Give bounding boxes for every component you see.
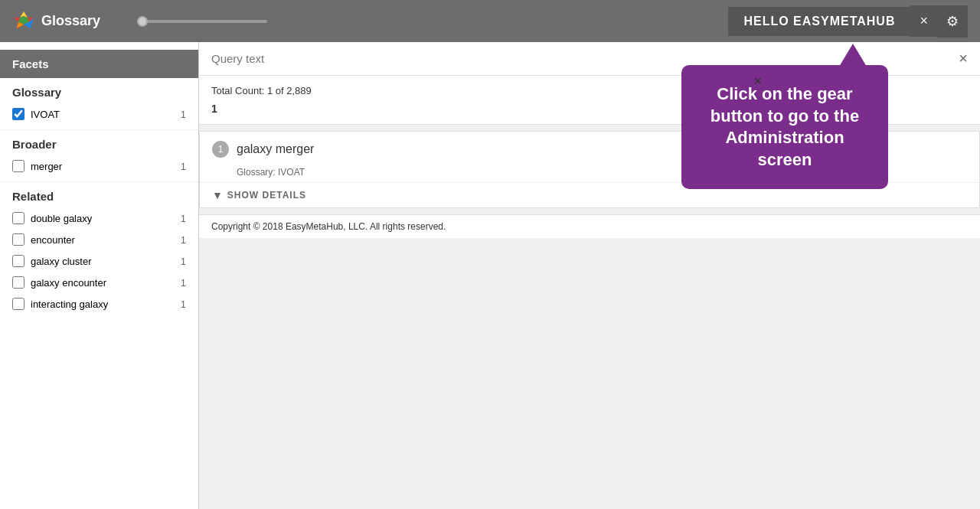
facet-count-encounter: 1 (181, 234, 186, 246)
header-close-button[interactable]: × (910, 5, 937, 37)
tooltip-text: Click on the gear button to go to the Ad… (710, 84, 859, 169)
chevron-down-icon: ▼ (212, 189, 223, 201)
facet-checkbox-merger[interactable] (12, 160, 24, 172)
tooltip-bubble: Click on the gear button to go to the Ad… (681, 65, 888, 189)
facet-checkbox-encounter[interactable] (12, 233, 24, 246)
facets-title: Facets (0, 50, 198, 78)
glossary-section-header: Glossary (0, 78, 198, 103)
facet-checkbox-interacting-galaxy[interactable] (12, 298, 24, 310)
facet-count-double-galaxy: 1 (181, 213, 186, 224)
search-close-button[interactable]: × (959, 50, 968, 67)
facet-count-merger: 1 (181, 161, 186, 172)
broader-section-header: Broader (0, 129, 198, 155)
result-number-badge: 1 (212, 141, 229, 158)
facet-label-encounter: encounter (31, 234, 75, 246)
facet-count-interacting-galaxy: 1 (181, 299, 186, 310)
facet-item-galaxy-encounter: galaxy encounter 1 (0, 272, 198, 293)
sidebar: Facets Glossary IVOAT 1 Broader merger 1… (0, 42, 199, 509)
facet-label-double-galaxy: double galaxy (31, 213, 92, 224)
facet-item-ivoat: IVOAT 1 (0, 103, 198, 125)
logo-text: Glossary (41, 13, 100, 29)
facet-count-ivoat: 1 (181, 109, 186, 120)
facet-item-merger: merger 1 (0, 155, 198, 177)
facet-label-galaxy-encounter: galaxy encounter (31, 277, 106, 289)
slider-track[interactable] (137, 20, 267, 23)
facet-label-galaxy-cluster: galaxy cluster (31, 256, 91, 267)
slider-thumb (137, 16, 148, 27)
facet-checkbox-galaxy-encounter[interactable] (12, 276, 24, 289)
result-title: galaxy merger (237, 142, 314, 156)
header: Glossary HELLO EASYMETAHUB × ⚙ (0, 0, 980, 42)
facet-item-double-galaxy: double galaxy 1 (0, 207, 198, 229)
facet-item-interacting-galaxy: interacting galaxy 1 (0, 293, 198, 315)
footer: Copyright © 2018 EasyMetaHub, LLC. All r… (199, 214, 980, 238)
logo-icon (12, 10, 35, 33)
facet-checkbox-double-galaxy[interactable] (12, 212, 24, 224)
facet-count-galaxy-encounter: 1 (181, 277, 186, 289)
facet-label-merger: merger (31, 161, 62, 172)
show-details-label: SHOW DETAILS (227, 190, 306, 201)
facet-label-interacting-galaxy: interacting galaxy (31, 299, 108, 310)
facet-item-encounter: encounter 1 (0, 229, 198, 250)
header-title: HELLO EASYMETAHUB (728, 7, 910, 36)
tooltip-close-button[interactable]: × (753, 73, 762, 90)
header-gear-button[interactable]: ⚙ (937, 5, 968, 38)
copyright-text: Copyright © 2018 EasyMetaHub, LLC. All r… (211, 221, 446, 232)
facet-count-galaxy-cluster: 1 (181, 256, 186, 267)
facet-checkbox-ivoat[interactable] (12, 108, 24, 120)
facet-label-ivoat: IVOAT (31, 109, 60, 120)
facet-checkbox-galaxy-cluster[interactable] (12, 255, 24, 267)
header-right: HELLO EASYMETAHUB × ⚙ (728, 5, 968, 38)
facet-item-galaxy-cluster: galaxy cluster 1 (0, 250, 198, 272)
slider-area[interactable] (122, 20, 719, 23)
related-section-header: Related (0, 181, 198, 207)
logo-area: Glossary (12, 10, 113, 33)
